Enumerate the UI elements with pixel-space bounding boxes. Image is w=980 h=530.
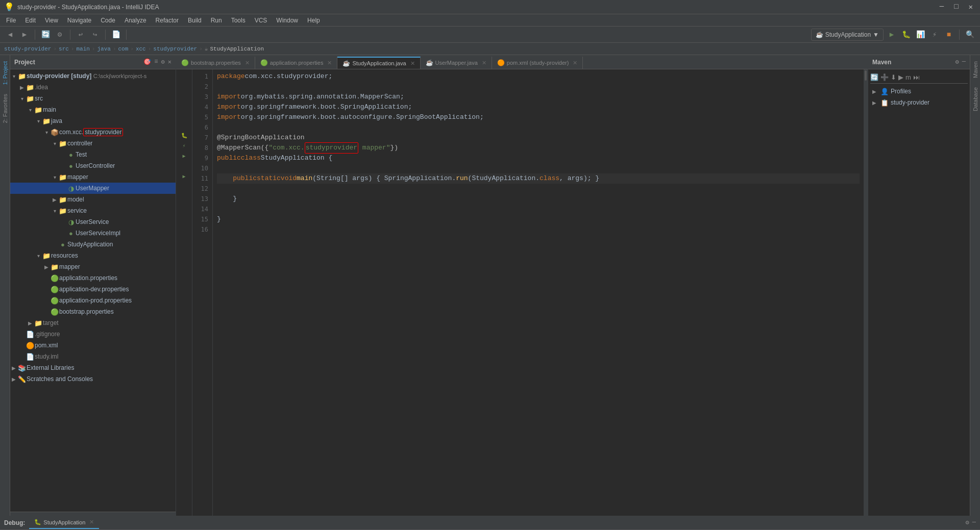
maven-refresh-icon[interactable]: 🔄 <box>870 73 878 81</box>
maven-m-icon[interactable]: m <box>905 73 911 81</box>
tree-item-usercontroller[interactable]: ● UserController <box>10 160 176 171</box>
sidebar-scrollbar[interactable] <box>10 512 176 516</box>
run-button[interactable]: ▶ <box>886 29 898 41</box>
maven-profiles[interactable]: ▶ 👤 Profiles <box>870 86 968 97</box>
sidebar-collapse-icon[interactable]: ≡ <box>154 58 158 66</box>
menu-item-vcs[interactable]: VCS <box>251 16 272 25</box>
side-tab-database[interactable]: Database <box>971 83 979 115</box>
toolbar-file-button[interactable]: 📄 <box>110 29 122 41</box>
tab-pom[interactable]: 🟠 pom.xml (study-provider) ✕ <box>492 57 583 69</box>
tab-app-props[interactable]: 🟢 application.properties ✕ <box>255 57 338 69</box>
tree-item-bootstrap-props[interactable]: 🟢 bootstrap.properties <box>10 306 176 317</box>
tree-item-service[interactable]: ▾ 📁 service <box>10 205 176 216</box>
toolbar-back-button[interactable]: ◀ <box>4 29 16 41</box>
sidebar-settings-icon[interactable]: ⚙ <box>161 58 165 66</box>
tree-item-model[interactable]: ▶ 📁 model <box>10 194 176 205</box>
menu-item-refactor[interactable]: Refactor <box>152 16 183 25</box>
tree-item-mapper-res[interactable]: ▶ 📁 mapper <box>10 261 176 272</box>
close-button[interactable]: ✕ <box>966 3 976 11</box>
maven-run-icon[interactable]: ▶ <box>898 73 903 81</box>
tree-item-src[interactable]: ▾ 📁 src <box>10 93 176 104</box>
debug-minimize-icon[interactable]: — <box>972 519 976 526</box>
tree-item-resources[interactable]: ▾ 📁 resources <box>10 250 176 261</box>
debug-settings-icon[interactable]: ⚙ <box>966 519 969 526</box>
tab-studyapp[interactable]: ☕ StudyApplication.java ✕ <box>337 57 420 69</box>
search-everywhere-button[interactable]: 🔍 <box>964 29 976 41</box>
menu-item-code[interactable]: Code <box>96 16 119 25</box>
tree-item-app-dev-props[interactable]: 🟢 application-dev.properties <box>10 284 176 295</box>
tab-bootstrap-props[interactable]: 🟢 bootstrap.properties ✕ <box>176 57 255 69</box>
minimize-button[interactable]: ─ <box>937 3 947 11</box>
menu-item-analyze[interactable]: Analyze <box>120 16 151 25</box>
bc-src[interactable]: src <box>59 46 69 52</box>
tree-item-usermapper[interactable]: ◑ UserMapper <box>10 183 176 194</box>
tree-item-pom[interactable]: 🟠 pom.xml <box>10 340 176 351</box>
toolbar-redo-button[interactable]: ↪ <box>89 29 101 41</box>
bc-root[interactable]: study-provider <box>4 46 51 52</box>
profile-button[interactable]: ⚡ <box>928 29 941 41</box>
maven-download-icon[interactable]: ⬇ <box>891 73 896 81</box>
maven-study-provider[interactable]: ▶ 📋 study-provider <box>870 97 968 108</box>
tree-item-test[interactable]: ● Test <box>10 149 176 160</box>
bc-com[interactable]: com <box>118 46 128 52</box>
editor-scrollbar[interactable] <box>864 69 868 516</box>
debug-tab-close[interactable]: ✕ <box>89 519 94 525</box>
tree-item-java[interactable]: ▾ 📁 java <box>10 115 176 127</box>
maven-settings-icon[interactable]: ⚙ <box>955 58 959 66</box>
tree-item-iml[interactable]: 📄 study.iml <box>10 351 176 362</box>
bc-main[interactable]: main <box>76 46 89 52</box>
tree-item-app-props[interactable]: 🟢 application.properties <box>10 272 176 284</box>
bc-studyprovider[interactable]: studyprovider <box>153 46 197 52</box>
tab-studyapp-close[interactable]: ✕ <box>410 60 415 67</box>
tab-app-props-close[interactable]: ✕ <box>327 60 332 66</box>
menu-item-file[interactable]: File <box>2 16 20 25</box>
run-with-coverage-button[interactable]: 📊 <box>914 29 926 41</box>
menu-item-navigate[interactable]: Navigate <box>63 16 95 25</box>
bc-java[interactable]: java <box>97 46 110 52</box>
menu-item-edit[interactable]: Edit <box>21 16 40 25</box>
toolbar-forward-button[interactable]: ▶ <box>18 29 31 41</box>
tree-item-studyapp[interactable]: ● StudyApplication <box>10 239 176 250</box>
menu-item-window[interactable]: Window <box>272 16 302 25</box>
sidebar-close-icon[interactable]: ✕ <box>168 58 172 66</box>
tab-bootstrap-close[interactable]: ✕ <box>245 60 250 66</box>
menu-item-run[interactable]: Run <box>207 16 226 25</box>
maven-skip-icon[interactable]: ⏭ <box>913 73 920 81</box>
toolbar-sync-button[interactable]: 🔄 <box>39 29 52 41</box>
tab-usermapper-close[interactable]: ✕ <box>482 60 486 66</box>
side-tab-maven[interactable]: Maven <box>971 57 979 82</box>
maven-minus-icon[interactable]: — <box>962 58 966 66</box>
menu-item-build[interactable]: Build <box>184 16 206 25</box>
maximize-button[interactable]: □ <box>951 3 961 11</box>
run-config-selector[interactable]: ☕ StudyApplication ▼ <box>811 29 884 41</box>
bc-xcc[interactable]: xcc <box>136 46 146 52</box>
menu-item-view[interactable]: View <box>41 16 62 25</box>
tree-item-userservice[interactable]: ◑ UserService <box>10 216 176 228</box>
tree-item-root[interactable]: ▾ 📁 study-provider [study] C:\sckj\work\… <box>10 70 176 82</box>
tree-item-target[interactable]: ▶ 📁 target <box>10 317 176 329</box>
debug-tab-studyapp[interactable]: 🐛 StudyApplication ✕ <box>29 517 99 529</box>
tree-item-app-prod-props[interactable]: 🟢 application-prod.properties <box>10 295 176 306</box>
tab-pom-close[interactable]: ✕ <box>573 60 577 66</box>
tree-item-mapper-folder[interactable]: ▾ 📁 mapper <box>10 171 176 183</box>
tree-item-controller[interactable]: ▾ 📁 controller <box>10 138 176 149</box>
sidebar-locate-icon[interactable]: 🎯 <box>143 58 151 66</box>
tree-item-main[interactable]: ▾ 📁 main <box>10 104 176 115</box>
tree-item-scratches[interactable]: ▶ ✏️ Scratches and Consoles <box>10 373 176 385</box>
side-tab-project[interactable]: 1: Project <box>1 57 9 89</box>
tree-item-idea[interactable]: ▶ 📁 .idea <box>10 82 176 93</box>
tab-usermapper[interactable]: ☕ UserMapper.java ✕ <box>421 57 492 69</box>
debug-button[interactable]: 🐛 <box>900 29 912 41</box>
menu-item-help[interactable]: Help <box>303 16 324 25</box>
tree-item-package[interactable]: ▾ 📦 com.xcc.studyprovider <box>10 127 176 138</box>
maven-add-icon[interactable]: ➕ <box>880 73 889 81</box>
tree-item-userserviceimpl[interactable]: ● UserServiceImpl <box>10 228 176 239</box>
toolbar-undo-button[interactable]: ↩ <box>75 29 87 41</box>
tree-item-gitignore[interactable]: 📄 .gitignore <box>10 329 176 340</box>
menu-item-tools[interactable]: Tools <box>227 16 250 25</box>
tree-item-ext-libs[interactable]: ▶ 📚 External Libraries <box>10 362 176 373</box>
stop-button[interactable]: ■ <box>943 29 955 41</box>
toolbar-settings-button[interactable]: ⚙ <box>54 29 66 41</box>
side-tab-favorites[interactable]: 2: Favorites <box>1 90 9 127</box>
code-content[interactable]: package com.xcc.studyprovider; import or… <box>213 69 864 516</box>
